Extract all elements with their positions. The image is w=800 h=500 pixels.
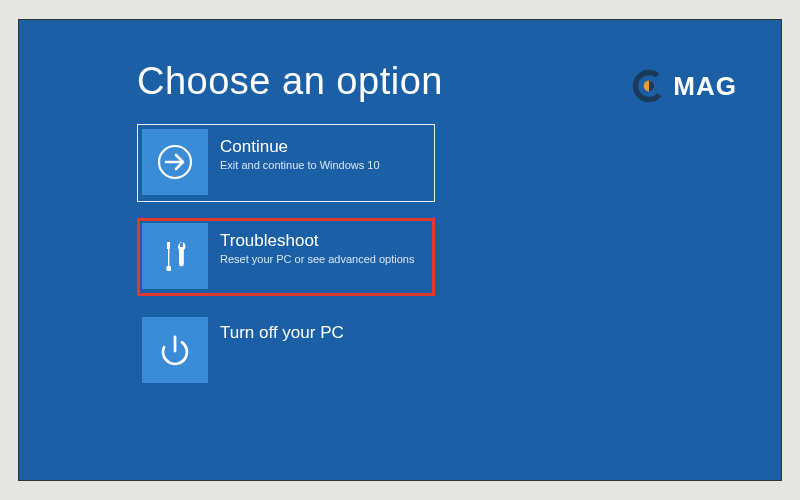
- option-list: Continue Exit and continue to Windows 10…: [137, 124, 437, 406]
- page-title: Choose an option: [137, 60, 443, 103]
- option-continue[interactable]: Continue Exit and continue to Windows 10: [137, 124, 435, 202]
- option-text: Turn off your PC: [208, 317, 352, 349]
- option-label: Turn off your PC: [220, 323, 344, 343]
- svg-rect-3: [168, 249, 169, 267]
- option-text: Troubleshoot Reset your PC or see advanc…: [208, 223, 422, 271]
- option-label: Troubleshoot: [220, 231, 414, 251]
- option-desc: Exit and continue to Windows 10: [220, 159, 380, 173]
- brand-logo-text: MAG: [673, 71, 737, 102]
- option-troubleshoot[interactable]: Troubleshoot Reset your PC or see advanc…: [137, 218, 435, 296]
- svg-rect-2: [167, 242, 170, 249]
- arrow-right-icon: [142, 129, 208, 195]
- recovery-screen: Choose an option Continue Exit and conti…: [18, 19, 782, 481]
- svg-rect-4: [167, 266, 172, 271]
- option-desc: Reset your PC or see advanced options: [220, 253, 414, 267]
- brand-logo: MAG: [631, 68, 737, 104]
- option-label: Continue: [220, 137, 380, 157]
- option-text: Continue Exit and continue to Windows 10: [208, 129, 388, 177]
- power-icon: [142, 317, 208, 383]
- option-turn-off[interactable]: Turn off your PC: [137, 312, 435, 390]
- pcmag-logo-icon: [631, 68, 667, 104]
- tools-icon: [142, 223, 208, 289]
